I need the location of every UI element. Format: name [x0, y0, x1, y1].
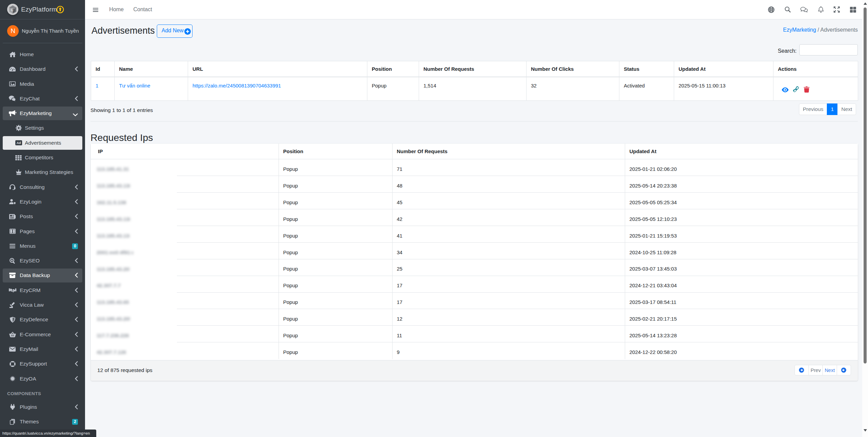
- svg-text:Z: Z: [13, 9, 15, 13]
- svg-text:Ad: Ad: [16, 141, 21, 145]
